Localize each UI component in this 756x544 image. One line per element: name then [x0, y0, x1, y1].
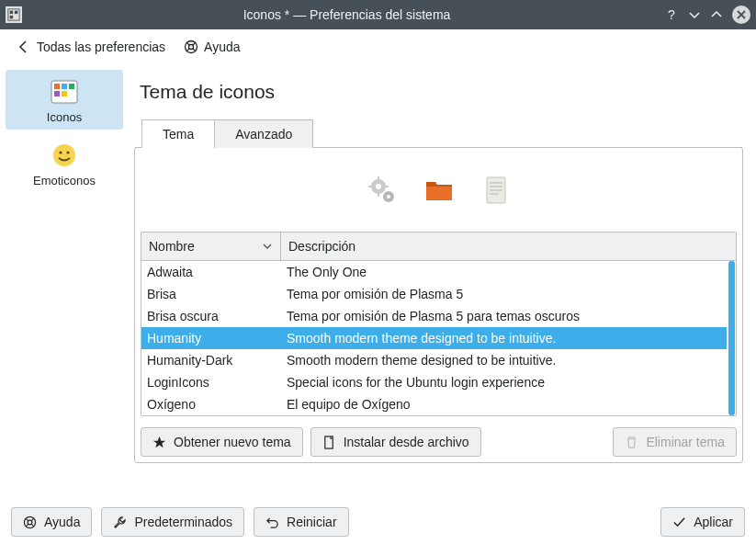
maximize-icon[interactable] [710, 8, 723, 21]
table-row[interactable]: HumanitySmooth modern theme designed to … [141, 327, 727, 349]
cell-name: Adwaita [141, 261, 281, 283]
trash-icon [625, 436, 638, 449]
column-header-name[interactable]: Nombre [141, 232, 281, 260]
document-icon [480, 175, 512, 206]
svg-point-14 [59, 151, 62, 153]
wrench-icon [113, 516, 127, 529]
cell-name: Humanity-Dark [141, 349, 281, 371]
button-label: Obtener nuevo tema [174, 435, 291, 449]
cell-desc: Tema por omisión de Plasma 5 para temas … [281, 305, 727, 327]
chevron-down-icon [262, 241, 273, 252]
minimize-icon[interactable] [688, 8, 701, 21]
column-header-desc[interactable]: Descripción [281, 232, 736, 260]
column-label: Descripción [288, 239, 355, 254]
svg-rect-19 [378, 193, 379, 197]
tab-theme[interactable]: Tema [141, 119, 215, 148]
apply-button[interactable]: Aplicar [660, 507, 745, 537]
main-area: Iconos Emoticonos Tema de iconos Tema Av… [0, 64, 756, 500]
cell-desc: El equipo de Oxígeno [281, 393, 727, 415]
theme-actions: Obtener nuevo tema Instalar desde archiv… [135, 422, 742, 462]
reset-button[interactable]: Reiniciar [254, 507, 348, 537]
svg-point-17 [376, 184, 381, 189]
window-title: Iconos * — Preferencias del sistema [29, 7, 664, 22]
svg-point-6 [189, 44, 194, 49]
back-all-preferences[interactable]: Todas las preferencias [17, 40, 165, 54]
cell-name: Brisa [141, 283, 281, 305]
sidebar: Iconos Emoticonos [0, 64, 129, 500]
undo-icon [265, 516, 279, 529]
cell-name: Oxígeno [141, 393, 281, 415]
button-label: Reiniciar [287, 515, 336, 529]
table-row[interactable]: BrisaTema por omisión de Plasma 5 [141, 283, 727, 305]
svg-rect-8 [54, 84, 60, 89]
tab-label: Avanzado [235, 127, 292, 142]
icons-theme-icon [50, 77, 79, 107]
tabs: Tema Avanzado [134, 119, 743, 148]
app-icon [6, 6, 22, 23]
cell-desc: Smooth modern theme designed to be intui… [281, 327, 727, 349]
svg-point-23 [387, 195, 390, 198]
svg-rect-3 [10, 16, 14, 19]
titlebar: Iconos * — Preferencias del sistema ? [0, 0, 756, 29]
install-from-file-button[interactable]: Instalar desde archivo [310, 427, 481, 457]
theme-table: Nombre Descripción AdwaitaThe Only OneBr… [141, 232, 737, 416]
table-body[interactable]: AdwaitaThe Only OneBrisaTema por omisión… [141, 261, 736, 415]
svg-rect-2 [15, 11, 18, 15]
folder-icon [423, 175, 455, 206]
button-label: Ayuda [44, 515, 80, 529]
chevron-left-icon [17, 40, 31, 54]
cell-desc: Special icons for the Ubuntu login exper… [281, 371, 727, 393]
cell-desc: Smooth modern theme designed to be intui… [281, 349, 727, 371]
svg-rect-20 [368, 186, 372, 187]
table-row[interactable]: LoginIconsSpecial icons for the Ubuntu l… [141, 371, 727, 393]
remove-theme-button: Eliminar tema [613, 427, 737, 457]
sidebar-item-label: Emoticonos [33, 174, 96, 187]
cell-name: Humanity [141, 327, 281, 349]
button-label: Instalar desde archivo [344, 435, 469, 449]
gears-icon [367, 175, 398, 206]
sidebar-item-emoticons[interactable]: Emoticonos [6, 133, 123, 193]
check-icon [672, 516, 686, 529]
svg-rect-9 [62, 84, 67, 89]
svg-rect-1 [10, 11, 14, 15]
document-icon [322, 436, 336, 449]
breadcrumb: Todas las preferencias Ayuda [0, 29, 756, 64]
cell-desc: The Only One [281, 261, 727, 283]
button-label: Eliminar tema [646, 435, 725, 449]
column-label: Nombre [149, 239, 195, 254]
svg-text:?: ? [668, 7, 675, 22]
defaults-button[interactable]: Predeterminados [101, 507, 244, 537]
sidebar-item-icons[interactable]: Iconos [6, 70, 123, 130]
breadcrumb-help-label: Ayuda [204, 40, 240, 54]
table-row[interactable]: Humanity-DarkSmooth modern theme designe… [141, 349, 727, 371]
cell-name: LoginIcons [141, 371, 281, 393]
cell-desc: Tema por omisión de Plasma 5 [281, 283, 727, 305]
tab-advanced[interactable]: Avanzado [214, 119, 313, 148]
close-icon[interactable] [732, 6, 750, 24]
svg-rect-10 [69, 84, 74, 89]
svg-point-31 [28, 520, 32, 525]
page-title: Tema de iconos [140, 81, 743, 103]
smiley-icon [50, 141, 79, 170]
svg-rect-21 [385, 186, 389, 187]
svg-point-15 [66, 151, 69, 153]
help-button[interactable]: Ayuda [11, 507, 92, 537]
content-pane: Tema de iconos Tema Avanzado [129, 64, 756, 500]
tab-label: Tema [163, 127, 194, 142]
tab-content: Nombre Descripción AdwaitaThe Only OneBr… [134, 147, 743, 463]
table-row[interactable]: AdwaitaThe Only One [141, 261, 727, 283]
theme-preview [135, 147, 742, 232]
get-new-theme-button[interactable]: Obtener nuevo tema [141, 427, 303, 457]
star-icon [152, 436, 166, 449]
lifebuoy-icon [184, 40, 198, 54]
window-controls: ? [664, 6, 750, 24]
table-row[interactable]: Brisa oscuraTema por omisión de Plasma 5… [141, 305, 727, 327]
dialog-footer: Ayuda Predeterminados Reiniciar Aplicar [0, 500, 756, 544]
svg-rect-11 [54, 91, 60, 96]
help-icon[interactable]: ? [664, 7, 679, 22]
button-label: Predeterminados [134, 515, 232, 529]
breadcrumb-help[interactable]: Ayuda [184, 40, 240, 54]
scrollbar[interactable] [728, 261, 735, 415]
table-row[interactable]: OxígenoEl equipo de Oxígeno [141, 393, 727, 415]
cell-name: Brisa oscura [141, 305, 281, 327]
